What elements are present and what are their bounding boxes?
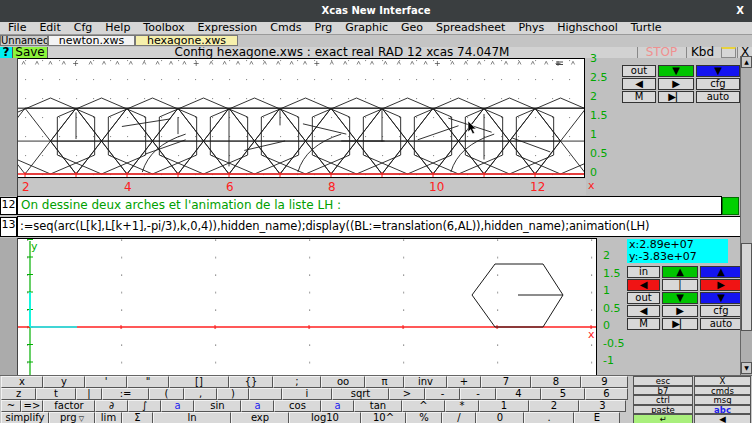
menu-item-edit[interactable]: Edit xyxy=(39,22,60,34)
key-times[interactable]: * xyxy=(445,400,479,412)
menu-item-highschool[interactable]: Highschool xyxy=(557,22,618,34)
session-mini-button[interactable] xyxy=(721,47,736,58)
key-exp[interactable]: exp xyxy=(231,412,289,423)
key-t[interactable]: t xyxy=(36,388,76,400)
key-rparen[interactable]: ) xyxy=(217,388,249,400)
key-cos[interactable]: cos xyxy=(274,400,321,412)
menu-item-toolbox[interactable]: Toolbox xyxy=(143,22,184,34)
key-sqrt[interactable]: sqrt xyxy=(332,388,389,400)
key-minus[interactable]: - xyxy=(460,388,496,400)
key-paste[interactable]: paste xyxy=(633,405,693,415)
tab-newton-xws[interactable]: newton.xws xyxy=(48,35,135,46)
key-enter[interactable]: ↵ xyxy=(633,414,693,423)
key-i[interactable]: i xyxy=(282,388,332,400)
key-tilde[interactable]: ~ xyxy=(1,400,21,412)
key-a[interactable]: a xyxy=(241,400,274,412)
key-abc[interactable]: abc xyxy=(694,405,751,415)
key-9[interactable]: 9 xyxy=(581,376,628,388)
key-implies[interactable]: => xyxy=(21,400,43,412)
scrollbar-thumb[interactable] xyxy=(741,243,752,331)
key-z[interactable]: z xyxy=(1,388,36,400)
menu-item-turtle[interactable]: Turtle xyxy=(631,22,662,34)
level-strip-graph2[interactable] xyxy=(0,238,18,375)
row12-comment-input[interactable]: On dessine deux arches et l'animation de… xyxy=(17,196,722,215)
key-cmds[interactable]: cmds xyxy=(694,386,751,396)
key-lparen[interactable]: ( xyxy=(149,388,184,400)
menu-item-help[interactable]: Help xyxy=(105,22,130,34)
menu-item-prg[interactable]: Prg xyxy=(314,22,332,34)
key-percent[interactable]: % xyxy=(406,412,442,423)
key-dot[interactable]: . xyxy=(524,412,574,423)
scroll-up-icon[interactable]: ▲ xyxy=(741,56,752,68)
key-0[interactable]: 0 xyxy=(476,412,524,423)
menu-item-expression[interactable]: Expression xyxy=(198,22,258,34)
key-power[interactable]: ^ xyxy=(402,400,445,412)
key-5[interactable]: 5 xyxy=(541,388,585,400)
key-ln[interactable]: ln xyxy=(153,412,231,423)
graph1-plot-area[interactable] xyxy=(18,58,585,178)
g2-step-button[interactable]: ▶▏ xyxy=(662,318,698,330)
row13-number[interactable]: 13 xyxy=(0,217,17,237)
key-prg[interactable]: prg ▽ xyxy=(49,412,95,423)
key-tan[interactable]: tan xyxy=(354,400,402,412)
menu-item-cfg[interactable]: Cfg xyxy=(74,22,93,34)
key-greater[interactable]: > xyxy=(389,388,425,400)
key-partial[interactable]: ∂ xyxy=(95,400,128,412)
key-lim[interactable]: lim xyxy=(95,412,122,423)
key-semicolon[interactable]: ; xyxy=(273,376,321,388)
menu-item-graphic[interactable]: Graphic xyxy=(345,22,388,34)
config-status-text[interactable]: Config hexagone.xws : exact real RAD 12 … xyxy=(48,47,636,58)
kbd-toggle-button[interactable]: Kbd xyxy=(686,47,718,58)
help-button[interactable]: ? xyxy=(0,47,13,58)
key-x[interactable]: x xyxy=(1,376,43,388)
key-2[interactable]: 2 xyxy=(529,400,579,412)
key-backspace[interactable]: ◀ xyxy=(694,414,751,423)
key-a[interactable]: a xyxy=(321,400,354,412)
key-ctrl[interactable]: ctrl xyxy=(633,395,693,405)
key-assign[interactable]: := xyxy=(102,388,149,400)
key-4[interactable]: 4 xyxy=(496,388,541,400)
save-button[interactable]: Save xyxy=(13,47,48,58)
row12-number[interactable]: 12 xyxy=(0,197,17,215)
key-1[interactable]: 1 xyxy=(479,400,529,412)
menu-item-spreadsheet[interactable]: Spreadsheet xyxy=(436,22,505,34)
key-a[interactable]: a xyxy=(161,400,194,412)
menu-item-cmds[interactable]: Cmds xyxy=(270,22,301,34)
g2-auto-button[interactable]: auto xyxy=(700,318,742,330)
key-6[interactable]: 6 xyxy=(585,388,628,400)
g2-m-button[interactable]: M xyxy=(627,318,660,330)
menu-item-phys[interactable]: Phys xyxy=(518,22,544,34)
level-strip-graph1[interactable] xyxy=(0,58,18,196)
key-log10[interactable]: log10 xyxy=(289,412,361,423)
menu-item-file[interactable]: File xyxy=(8,22,26,34)
key-braces[interactable]: {} xyxy=(229,376,273,388)
key-close[interactable]: X xyxy=(694,376,751,386)
session-scrollbar[interactable]: ▲ ▼ xyxy=(740,56,752,375)
key-blank[interactable] xyxy=(249,388,282,400)
key-esc[interactable]: esc xyxy=(633,376,693,386)
row13-command-input[interactable]: :=seq(arc(L[k],L[k+1],-pi/3),k,0,4)),hid… xyxy=(17,216,752,237)
key-minus[interactable]: - xyxy=(425,388,460,400)
key-comma[interactable]: , xyxy=(184,388,217,400)
stop-button[interactable]: STOP xyxy=(637,47,685,58)
key-b7[interactable]: b7 xyxy=(633,386,693,396)
g1-auto-button[interactable]: auto xyxy=(696,91,740,103)
g1-m-button[interactable]: M xyxy=(622,91,656,103)
key-pi[interactable]: π xyxy=(365,376,404,388)
key-factor[interactable]: factor xyxy=(43,400,95,412)
scroll-down-icon[interactable]: ▼ xyxy=(741,362,752,374)
menu-item-geo[interactable]: Geo xyxy=(401,22,423,34)
key-vbar[interactable]: | xyxy=(76,388,102,400)
key-brackets[interactable]: [] xyxy=(169,376,229,388)
session-scroll-indicator[interactable] xyxy=(722,197,739,215)
key-sigma[interactable]: Σ xyxy=(122,412,153,423)
graph2-canvas[interactable] xyxy=(18,239,596,375)
key-plus[interactable]: + xyxy=(447,376,481,388)
key-quote[interactable]: ' xyxy=(85,376,127,388)
key-inv[interactable]: inv xyxy=(404,376,447,388)
g1-step-button[interactable]: ▶▏ xyxy=(658,91,694,103)
key-msg[interactable]: msg xyxy=(694,395,751,405)
graph2-plot-area[interactable] xyxy=(18,238,597,375)
key-infinity[interactable]: oo xyxy=(321,376,365,388)
key-sin[interactable]: sin xyxy=(194,400,241,412)
